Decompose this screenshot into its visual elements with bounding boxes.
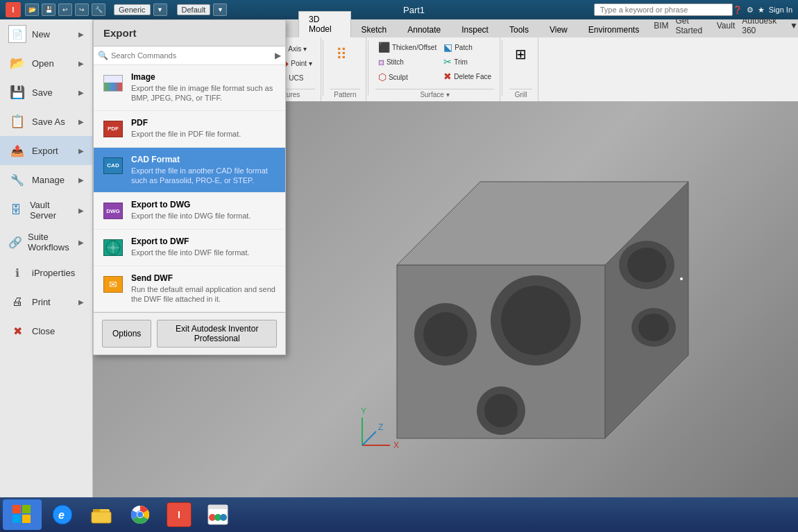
export-item-image[interactable]: Image Export the file in image file form… — [94, 65, 285, 111]
patch-icon: ⬕ — [443, 42, 452, 53]
delete-face-button[interactable]: ✖ Delete Face — [441, 69, 494, 83]
export-item-senddwf[interactable]: ✉ Send DWF Run the default email applica… — [94, 266, 285, 312]
export-item-dwf[interactable]: Export to DWF Export the file into DWF f… — [94, 230, 285, 266]
redo-icon[interactable]: ↪ — [75, 3, 89, 16]
sidebar-item-suite[interactable]: 🔗 Suite Workflows ▶ — [0, 226, 92, 258]
export-item-pdf[interactable]: PDF PDF Export the file in PDF file form… — [94, 111, 285, 148]
sidebar-item-new[interactable]: 📄 New ▶ — [0, 19, 92, 49]
start-button[interactable] — [3, 499, 42, 530]
3d-model-svg: X Y Z — [341, 126, 758, 473]
manage-label: Manage — [32, 175, 65, 185]
export-arrow: ▶ — [78, 147, 84, 155]
sidebar-item-manage[interactable]: 🔧 Manage ▶ — [0, 165, 92, 194]
tab-autodesk360[interactable]: Autodesk 360 — [742, 16, 783, 35]
sidebar-item-close[interactable]: ✖ Close — [0, 316, 92, 345]
sidebar-item-vault[interactable]: 🗄 Vault Server ▶ — [0, 194, 92, 226]
title-right-actions: ❓ ⚙ ★ Sign In — [733, 6, 792, 15]
export-item-dwg[interactable]: DWG Export to DWG Export the file into D… — [94, 193, 285, 230]
taskbar-chrome[interactable] — [122, 499, 158, 530]
stitch-button[interactable]: ⧈ Stitch — [375, 55, 439, 69]
pdf-text: PDF Export the file in PDF file format. — [131, 118, 241, 139]
tab-bim[interactable]: BIM — [654, 21, 668, 31]
settings-icon[interactable]: ⚙ — [747, 6, 754, 15]
delete-face-icon: ✖ — [443, 71, 452, 82]
image-icon — [102, 72, 124, 94]
trim-button[interactable]: ✂ Trim — [441, 55, 494, 69]
default-arrow[interactable]: ▼ — [213, 3, 227, 16]
sidebar: 📄 New ▶ 📂 Open ▶ 💾 Save ▶ 📋 Save As ▶ 📤 … — [0, 19, 93, 497]
svg-rect-22 — [22, 505, 31, 513]
manage-icon: 🔧 — [8, 171, 26, 189]
thicken-button[interactable]: ⬛ Thicken/Offset — [375, 40, 439, 54]
svg-text:Y: Y — [361, 406, 366, 416]
svg-point-7 — [423, 312, 468, 357]
svg-rect-21 — [12, 505, 21, 513]
tab-tools[interactable]: Tools — [499, 22, 539, 37]
sign-in-btn[interactable]: Sign In — [769, 6, 792, 14]
sidebar-item-iproperties[interactable]: ℹ iProperties — [0, 258, 92, 287]
suite-label: Suite Workflows — [28, 232, 73, 252]
surface-group-label: Surface ▾ — [375, 89, 494, 98]
style-dropdown[interactable]: Generic — [114, 4, 151, 15]
open-icon[interactable]: 📂 — [25, 3, 39, 16]
sidebar-item-saveas[interactable]: 📋 Save As ▶ — [0, 107, 92, 136]
chrome-icon — [129, 504, 151, 526]
grille-group: ⊞ Grill — [504, 37, 538, 101]
tab-getstarted[interactable]: Get Started — [676, 16, 710, 35]
expand-icon[interactable]: ▼ — [790, 21, 798, 31]
tab-inspect[interactable]: Inspect — [451, 22, 499, 37]
close-icon: ✖ — [8, 322, 26, 340]
export-item-cad[interactable]: CAD CAD Format Export the file in anothe… — [94, 148, 285, 194]
svg-text:X: X — [393, 440, 399, 450]
suite-icon: 🔗 — [8, 233, 22, 251]
vault-label: Vault Server — [30, 200, 73, 221]
undo-icon[interactable]: ↩ — [58, 3, 72, 16]
sidebar-item-save[interactable]: 💾 Save ▶ — [0, 78, 92, 107]
title-icons: 📂 💾 ↩ ↪ 🔧 — [25, 3, 105, 16]
point-label: Point ▾ — [291, 60, 312, 67]
trim-icon: ✂ — [443, 56, 452, 67]
save-icon-btn[interactable]: 💾 — [42, 3, 56, 16]
keyword-search[interactable] — [594, 3, 733, 16]
exit-button[interactable]: Exit Autodesk Inventor Professional — [157, 320, 277, 347]
tab-vault[interactable]: Vault — [717, 21, 735, 31]
sculpt-icon: ⬡ — [378, 71, 387, 83]
tab-3d-model[interactable]: 3D Model — [298, 11, 351, 37]
sidebar-item-print[interactable]: 🖨 Print ▶ — [0, 287, 92, 316]
axis-label: Axis ▾ — [288, 45, 307, 53]
ucs-label: UCS — [289, 74, 303, 82]
manage-arrow: ▶ — [78, 176, 84, 184]
image-desc: Export the file in image file format suc… — [131, 83, 277, 103]
dwg-desc: Export the file into DWG file format. — [131, 211, 251, 221]
image-title: Image — [131, 72, 277, 82]
patch-button[interactable]: ⬕ Patch — [441, 40, 494, 54]
taskbar-explorer[interactable] — [83, 499, 119, 530]
sidebar-item-open[interactable]: 📂 Open ▶ — [0, 49, 92, 78]
dwf-icon — [102, 237, 124, 259]
dropdown-arrow[interactable]: ▼ — [153, 3, 167, 16]
tab-sketch[interactable]: Sketch — [351, 22, 398, 37]
options-button[interactable]: Options — [102, 320, 151, 347]
tab-view[interactable]: View — [539, 22, 578, 37]
export-search-bar: 🔍 ▶ — [94, 46, 285, 65]
taskbar-paint[interactable] — [200, 499, 236, 530]
svg-text:e: e — [58, 509, 65, 521]
help-icon[interactable]: ❓ — [733, 6, 742, 15]
star-icon[interactable]: ★ — [758, 6, 765, 15]
dwg-icon: DWG — [102, 200, 124, 222]
sidebar-item-export[interactable]: 📤 Export ▶ — [0, 136, 92, 165]
close-label: Close — [32, 326, 55, 336]
taskbar-inventor[interactable]: I — [161, 499, 197, 530]
default-dropdown[interactable]: Default — [177, 4, 211, 15]
taskbar-ie[interactable]: e — [44, 499, 80, 530]
saveas-arrow: ▶ — [78, 118, 84, 126]
sculpt-button[interactable]: ⬡ Sculpt — [375, 70, 439, 84]
tab-environments[interactable]: Environments — [578, 22, 650, 37]
save-arrow: ▶ — [78, 89, 84, 96]
tools-icon[interactable]: 🔧 — [92, 3, 105, 16]
print-label: Print — [32, 297, 51, 307]
search-btn[interactable]: ▶ — [275, 51, 281, 60]
tab-annotate[interactable]: Annotate — [397, 22, 451, 37]
new-arrow: ▶ — [78, 31, 84, 38]
export-search-input[interactable] — [111, 51, 275, 60]
